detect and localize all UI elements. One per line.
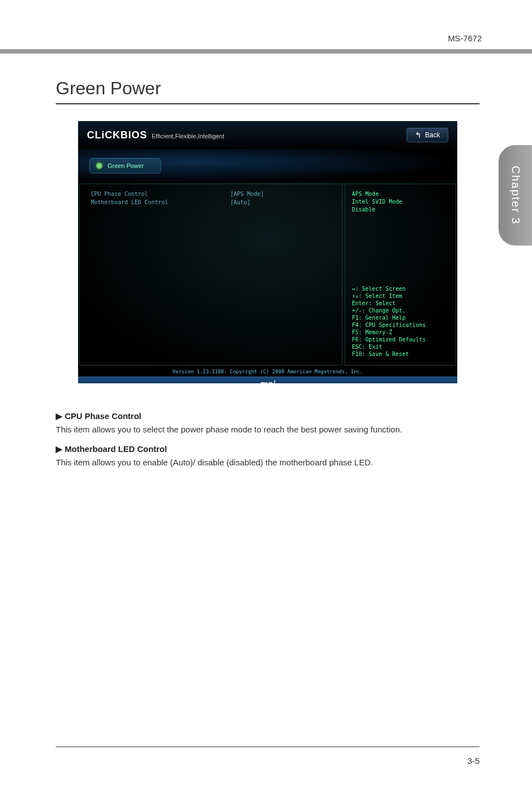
back-button[interactable]: ↰ Back — [407, 128, 448, 142]
back-arrow-icon: ↰ — [415, 131, 422, 139]
tab-label: Green Power — [108, 162, 144, 169]
bios-screenshot: CLiCKBIOS Efficient,Flexible,Intelligent… — [78, 121, 457, 383]
chapter-side-tab: Chapter 3 — [499, 145, 532, 246]
bios-version: Version 1.23.1108. Copyright (C) 2008 Am… — [78, 367, 457, 377]
tab-green-power[interactable]: Green Power — [89, 158, 161, 174]
bios-logo-sub: Efficient,Flexible,Intelligent — [152, 133, 224, 139]
desc-heading-text: Motherboard LED Control — [65, 444, 167, 454]
header-divider — [0, 49, 532, 54]
desc-text: This item allows you to select the power… — [56, 423, 480, 436]
chapter-label: Chapter 3 — [509, 166, 522, 225]
description-block: ▶CPU Phase Control This item allows you … — [56, 411, 480, 469]
bios-options: APS Mode Intel SVID Mode Disable — [352, 191, 449, 214]
setting-value: [APS Mode] — [230, 191, 264, 197]
desc-heading: ▶Motherboard LED Control — [56, 444, 480, 454]
help-line: F1: General Help — [352, 315, 449, 321]
option-item[interactable]: APS Mode — [352, 191, 449, 197]
page-content: Green Power CLiCKBIOS Efficient,Flexible… — [56, 78, 480, 476]
help-line: ↑↓: Select Item — [352, 293, 449, 299]
setting-row[interactable]: Motherboard LED Control [Auto] — [91, 199, 331, 205]
help-line: ↔: Select Screen — [352, 286, 449, 292]
bios-logo: CLiCKBIOS Efficient,Flexible,Intelligent — [87, 129, 224, 141]
bios-settings-panel: CPU Phase Control [APS Mode] Motherboard… — [79, 184, 342, 365]
page-header-model: MS-7672 — [448, 33, 482, 43]
bios-brand-bar: msi — [78, 377, 457, 383]
option-item[interactable]: Intel SVID Mode — [352, 199, 449, 205]
desc-heading-text: CPU Phase Control — [65, 411, 142, 421]
page-footer: 3-5 — [56, 747, 480, 766]
help-line: F10: Save & Reset — [352, 351, 449, 357]
help-line: F4: CPU Specifications — [352, 322, 449, 328]
setting-value: [Auto] — [230, 199, 250, 205]
bios-tabbar: Green Power — [78, 149, 457, 182]
help-line: ESC: Exit — [352, 344, 449, 350]
setting-label: Motherboard LED Control — [91, 199, 230, 205]
bios-body: CPU Phase Control [APS Mode] Motherboard… — [78, 182, 457, 367]
desc-heading: ▶CPU Phase Control — [56, 411, 480, 421]
option-item[interactable]: Disable — [352, 206, 449, 213]
setting-label: CPU Phase Control — [91, 191, 230, 197]
help-line: +/-: Change Opt. — [352, 307, 449, 314]
help-line: F5: Memory-Z — [352, 329, 449, 335]
bios-help: ↔: Select Screen ↑↓: Select Item Enter: … — [352, 286, 449, 358]
arrow-icon: ▶ — [56, 444, 62, 454]
help-line: F6: Optimized Defaults — [352, 336, 449, 343]
page-number: 3-5 — [467, 756, 480, 766]
bios-topbar: CLiCKBIOS Efficient,Flexible,Intelligent… — [78, 121, 457, 149]
back-button-label: Back — [425, 131, 440, 139]
bulb-icon — [95, 162, 103, 170]
bios-help-panel: APS Mode Intel SVID Mode Disable ↔: Sele… — [345, 184, 456, 365]
section-title: Green Power — [56, 78, 480, 104]
setting-row[interactable]: CPU Phase Control [APS Mode] — [91, 191, 331, 197]
desc-text: This item allows you to enable (Auto)/ d… — [56, 456, 480, 469]
help-line: Enter: Select — [352, 300, 449, 306]
arrow-icon: ▶ — [56, 411, 62, 421]
bios-logo-main: CLiCKBIOS — [87, 129, 147, 141]
